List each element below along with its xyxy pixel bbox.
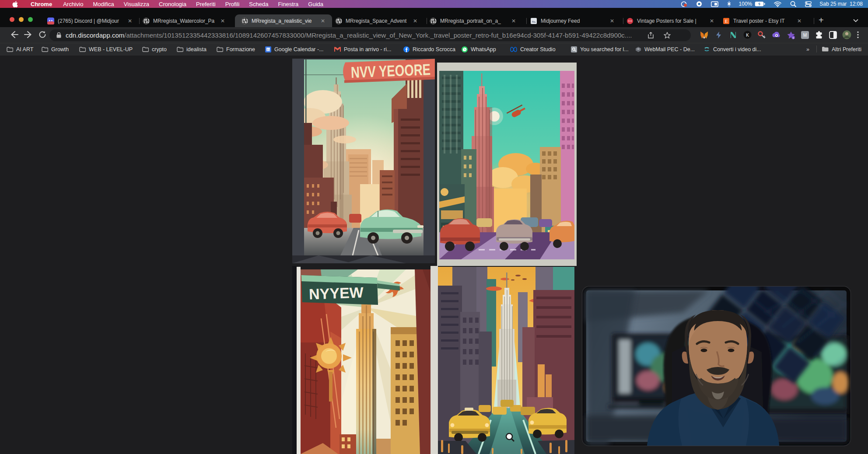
- svg-text:31: 31: [266, 48, 270, 51]
- svg-text:5: 5: [792, 36, 794, 40]
- svg-text:E: E: [725, 18, 728, 24]
- svg-text:NYYEW: NYYEW: [308, 284, 364, 302]
- svg-text:M: M: [803, 33, 807, 38]
- svg-text:K: K: [746, 33, 749, 38]
- svg-text:NVV YEOORE: NVV YEOORE: [350, 60, 430, 81]
